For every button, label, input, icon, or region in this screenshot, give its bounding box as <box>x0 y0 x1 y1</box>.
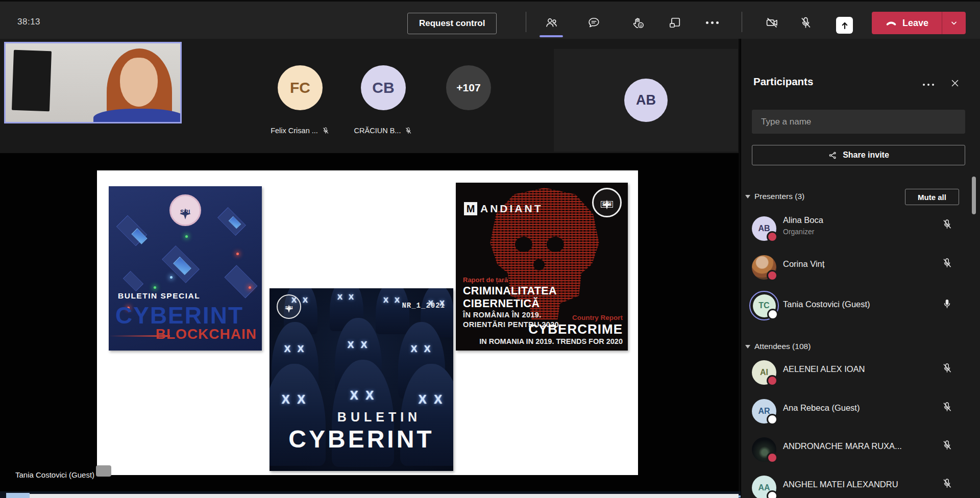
report-line-en: IN ROMANIA IN 2019. TRENDS FOR 2020 <box>463 337 623 345</box>
chat-icon[interactable] <box>583 12 604 33</box>
shared-app-grip <box>96 465 111 477</box>
sri-logo: SRI <box>277 294 301 319</box>
leave-main[interactable]: Leave <box>872 12 942 34</box>
breakout-rooms-icon[interactable] <box>665 12 685 33</box>
mandiant-wordmark: ANDIANT <box>480 203 543 215</box>
mic-off-icon <box>322 127 330 135</box>
presence-dot <box>767 270 778 281</box>
panel-scrollbar-thumb[interactable] <box>972 177 976 214</box>
spark <box>154 286 156 289</box>
avatar-fc[interactable]: FC <box>278 65 323 110</box>
share-icon <box>828 151 838 160</box>
share-invite-button[interactable]: Share invite <box>752 145 965 165</box>
presenter-name-label: Tania Costovici (Guest) <box>15 470 94 479</box>
cover2-title-line2: CYBERINT <box>270 425 453 453</box>
mute-all-button[interactable]: Mute all <box>905 189 959 205</box>
avatar-initials: TC <box>758 301 769 310</box>
sri-label: SRI <box>601 201 613 208</box>
mic-off-icon[interactable] <box>941 439 953 451</box>
mic-off-icon[interactable] <box>941 218 953 230</box>
avatar-photo <box>752 437 776 462</box>
avatar-overflow-count[interactable]: +107 <box>446 65 491 110</box>
spark <box>236 253 239 255</box>
participant-name: ANGHEL MATEI ALEXANDRU <box>783 480 898 489</box>
star-icon <box>178 206 193 221</box>
avatar-initials: CB <box>372 79 394 96</box>
spark <box>170 276 173 279</box>
mic-off-icon[interactable] <box>941 362 953 374</box>
request-control-button[interactable]: Request control <box>407 13 497 34</box>
avatar: AI <box>752 360 776 385</box>
mic-off-icon[interactable] <box>941 478 953 489</box>
presence-dot <box>767 490 778 498</box>
edge-segment <box>6 493 30 498</box>
presence-dot <box>767 309 778 320</box>
edge-segment <box>30 494 739 498</box>
presenter-face <box>120 58 158 107</box>
avatar-cb[interactable]: CB <box>361 65 406 110</box>
sri-logo: SRI <box>592 188 622 217</box>
presence-dot <box>767 231 778 242</box>
participant-name: Alina Boca <box>783 215 823 225</box>
leave-label: Leave <box>902 18 928 29</box>
mic-off-icon[interactable] <box>941 257 953 269</box>
meeting-top-bar: 38:13 Request control Leave <box>0 0 980 39</box>
cover2-title-line1: BULETIN <box>270 410 453 425</box>
more-options-icon[interactable] <box>702 12 722 33</box>
collapse-caret-presenters[interactable] <box>745 195 750 198</box>
name-label: Felix Crisan ... <box>271 127 318 135</box>
panel-close-icon[interactable] <box>947 76 963 91</box>
participant-row-andronache[interactable]: ANDRONACHE MARA RUXA... <box>741 433 972 466</box>
toolbar-divider <box>742 12 742 32</box>
participant-row-corina-vint[interactable]: Corina Vinț <box>741 251 972 284</box>
decorative-cube <box>225 265 258 298</box>
mic-off-icon[interactable] <box>941 401 953 413</box>
cover2-issue-number: NR_1_2021 <box>402 302 445 310</box>
presenter-shirt <box>93 109 182 123</box>
mic-off-icon[interactable] <box>795 12 816 33</box>
spark <box>249 286 251 289</box>
leave-options-chevron[interactable] <box>942 12 966 34</box>
search-input[interactable] <box>752 110 965 134</box>
xx-eyes: X X <box>383 295 402 334</box>
collapse-caret-attendees[interactable] <box>745 345 750 348</box>
camera-off-icon[interactable] <box>762 12 782 33</box>
hooded-figure: X X <box>376 288 409 334</box>
mic-on-icon[interactable] <box>941 298 953 310</box>
video-strip: FC CB +107 Felix Crisan ... CRĂCIUN B...… <box>0 39 739 153</box>
participant-row-tania-costovici[interactable]: TC Tania Costovici (Guest) <box>741 289 972 321</box>
cover3-text-block: Raport de țară CRIMINALITATEA CIBERNETIC… <box>463 276 623 345</box>
hang-up-icon <box>885 17 897 29</box>
background-monitor <box>12 50 52 112</box>
skull-eye <box>515 237 532 252</box>
participant-name: ANDRONACHE MARA RUXA... <box>783 441 902 451</box>
panel-more-icon[interactable] <box>921 79 936 91</box>
cover-buletin-cyberint: X X X X X X X X X X X X X X X X X X X X … <box>270 288 453 471</box>
participant-name-cb: CRĂCIUN B... <box>340 127 427 135</box>
spotlight-tile-ab[interactable]: AB <box>554 49 738 152</box>
participants-panel: Participants Share invite Presenters (3)… <box>741 39 980 498</box>
presenters-section-label: Presenters (3) <box>754 192 804 201</box>
sri-label: SRI <box>285 306 292 310</box>
avatar-photo <box>752 255 776 280</box>
participant-name: Tania Costovici (Guest) <box>783 300 870 309</box>
participant-name-fc: Felix Crisan ... <box>257 127 344 135</box>
request-control-label: Request control <box>419 18 485 29</box>
shared-screen-stage: SRI BULETIN SPECIAL CYBERINT BLOCKCHAIN … <box>0 153 739 498</box>
participant-role: Organizer <box>783 228 814 236</box>
self-video-tile[interactable] <box>4 42 182 123</box>
participant-row-anghel[interactable]: AA ANGHEL MATEI ALEXANDRU <box>741 471 972 498</box>
participant-row-aelenei[interactable]: AI AELENEI ALEX IOAN <box>741 356 972 389</box>
participant-row-alina-boca[interactable]: AB Alina Boca Organizer <box>741 212 972 245</box>
avatar-initials: AI <box>760 368 768 377</box>
people-icon[interactable] <box>541 12 561 33</box>
toolbar-divider <box>526 12 526 32</box>
leave-button[interactable]: Leave <box>872 12 966 34</box>
share-screen-icon[interactable] <box>836 17 853 34</box>
reactions-icon[interactable] <box>628 12 648 33</box>
presence-dot <box>767 375 778 386</box>
cover1-title: CYBERINT <box>115 302 243 329</box>
participant-row-ana-rebeca[interactable]: AR Ana Rebeca (Guest) <box>741 395 972 428</box>
attendees-section-label: Attendees (108) <box>754 342 811 351</box>
decorative-cube <box>123 271 143 291</box>
